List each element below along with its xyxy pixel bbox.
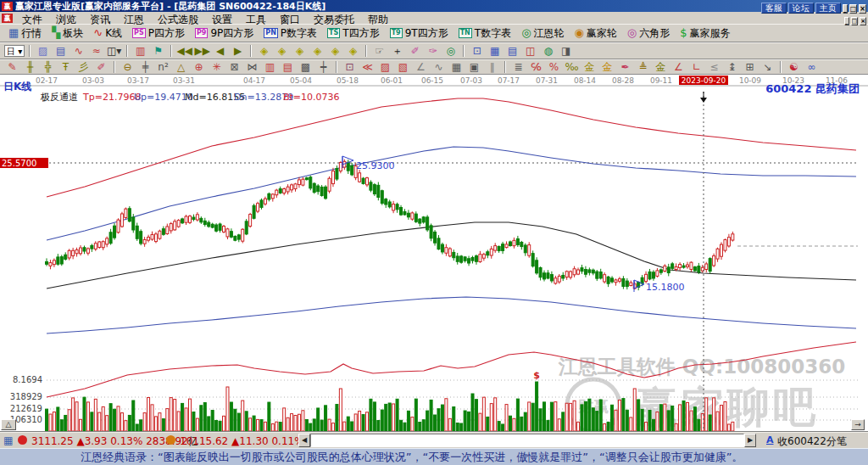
close-button[interactable]: × <box>860 17 866 25</box>
home-button[interactable]: 主页 <box>815 3 841 14</box>
gann-diamond-6[interactable]: ◈ <box>345 45 361 58</box>
gold-bar-tool[interactable]: 金 <box>599 61 615 74</box>
grid-tool[interactable]: ╫ <box>22 61 38 74</box>
price-fence-tool[interactable]: ▤ <box>280 61 296 74</box>
gann-diamond-3[interactable]: ◈ <box>292 45 308 58</box>
scroll-left-button[interactable]: ◀ <box>298 434 310 447</box>
target-tool[interactable]: ⊕ <box>191 61 207 74</box>
time-fence-tool[interactable]: ▥ <box>262 61 278 74</box>
toolbar-item-sectors[interactable]: ▚板块 <box>47 25 88 42</box>
menu-item-设置[interactable]: 设置 <box>205 14 239 25</box>
restore-button[interactable]: □ <box>851 17 859 25</box>
bowtie-tool[interactable]: ⋈ <box>244 61 260 74</box>
toolbar-item-kline[interactable]: ∿K线 <box>88 25 127 42</box>
circle-divide-tool[interactable]: ⊖ <box>120 61 136 74</box>
menu-item-江恩[interactable]: 江恩 <box>117 14 151 25</box>
toolbar-item-gann-wheel[interactable]: ◎江恩轮 <box>516 25 569 42</box>
flag-tool[interactable]: ⚑ <box>150 45 166 58</box>
menu-item-交易委托[interactable]: 交易委托 <box>307 14 361 25</box>
toolbar-item-9t-square[interactable]: T99T四方形 <box>385 25 453 42</box>
kline-red-icon[interactable]: ▥ <box>132 45 148 58</box>
right-angle-tool[interactable]: ∟ <box>688 61 704 74</box>
f10-report-icon[interactable]: ▤ <box>53 45 69 58</box>
square-grid-tool[interactable]: ▦ <box>448 61 465 74</box>
menu-item-资讯[interactable]: 资讯 <box>83 14 117 25</box>
menu-item-浏览[interactable]: 浏览 <box>49 14 83 25</box>
toolbar-item-9p-square[interactable]: P99P四方形 <box>190 25 259 42</box>
download-tool[interactable]: ◍ <box>540 45 556 58</box>
toolbar-item-p-square[interactable]: PSP四方形 <box>127 25 190 42</box>
scroll-right-button[interactable]: ▶ <box>744 434 756 447</box>
gold-box-tool[interactable]: 金 <box>653 61 669 74</box>
brush-tool[interactable]: ✐ <box>93 61 109 74</box>
binocular-tool[interactable]: ◎ <box>442 45 459 58</box>
expand-pane-button[interactable]: △ <box>1 419 16 430</box>
angle-tool[interactable]: ∠ <box>413 61 429 74</box>
step-tool[interactable]: ↨ <box>724 61 740 74</box>
candle-style-dropdown[interactable]: ◫▾ <box>106 45 122 58</box>
trend-multi-icon[interactable]: ≈ <box>88 45 104 58</box>
parallel-tool[interactable]: ∥ <box>484 61 500 74</box>
gann-diamond-5[interactable]: ◈ <box>327 45 343 58</box>
calendar-tool[interactable]: ⊡ <box>469 45 485 58</box>
volume-scroll-right-button[interactable]: → <box>851 419 865 430</box>
menu-item-工具[interactable]: 工具 <box>239 14 273 25</box>
lasso-tool[interactable]: ✑ <box>425 45 441 58</box>
forum-button[interactable]: 论坛 <box>788 3 814 14</box>
fan-tool[interactable]: 彡 <box>75 61 92 74</box>
cross-fence-tool[interactable]: ┿ <box>315 61 331 74</box>
pin-tool[interactable]: ⊡ <box>342 61 358 74</box>
menu-item-帮助[interactable]: 帮助 <box>361 14 395 25</box>
gann-diamond-2[interactable]: ◈ <box>274 45 290 58</box>
angle-red-tool[interactable]: ∠ <box>670 61 687 74</box>
rays-tool[interactable]: ≪ <box>359 61 376 74</box>
main-chart-icon[interactable]: ▨ <box>35 45 51 58</box>
gann-diamond-4[interactable]: ◈ <box>309 45 326 58</box>
menu-item-文件[interactable]: 文件 <box>15 14 49 25</box>
trend-line-icon[interactable]: ∿ <box>70 45 86 58</box>
pencil-tool[interactable]: ✎ <box>4 61 20 74</box>
hand-tool[interactable]: ☞ <box>371 45 387 58</box>
first-page-button[interactable]: ◀◀ <box>176 45 192 58</box>
pyramid-tool[interactable]: △ <box>173 61 189 74</box>
sync-tool[interactable]: ◨ <box>558 45 574 58</box>
period-day-dropdown[interactable]: 日 ▾ <box>4 45 25 57</box>
matrix-tool[interactable]: ▣ <box>466 61 482 74</box>
toolbar-item-t-number-table[interactable]: TNT数字表 <box>453 25 517 42</box>
market-grid-icon[interactable]: ▦ <box>3 434 13 446</box>
last-page-button[interactable]: ▶▶ <box>194 45 210 58</box>
prev-bar-button[interactable]: ◀ <box>212 45 228 58</box>
star-tool[interactable]: ✳ <box>209 61 225 74</box>
kline-chart[interactable]: 江恩工具软件 QQ:100800360财赢赢家聊吧02-1703-0303-17… <box>0 75 868 431</box>
gold-circle-tool[interactable]: 金 <box>581 61 598 74</box>
infinity-tool[interactable]: ∞ <box>804 61 820 74</box>
gann-diamond-1[interactable]: ◈ <box>256 45 272 58</box>
balance-tool[interactable]: ≜ <box>635 61 651 74</box>
toolbar-item-hexagon[interactable]: ◎六角形 <box>622 25 675 42</box>
full-grid-tool[interactable]: ▩ <box>298 61 314 74</box>
menu-item-窗口[interactable]: 窗口 <box>273 14 307 25</box>
crosshair-tool[interactable]: ＋ <box>389 45 405 58</box>
t-line-tool[interactable]: Ŧ <box>58 61 74 74</box>
yinyang-tool[interactable]: ☯ <box>786 61 802 74</box>
memo-tool[interactable]: ▤ <box>504 45 520 58</box>
next-bar-button[interactable]: ▶ <box>230 45 246 58</box>
toolbar-item-t-square[interactable]: TST四方形 <box>322 25 385 42</box>
low-angle-tool[interactable]: ≤ <box>706 61 722 74</box>
minimize-button[interactable]: _ <box>844 17 849 25</box>
percent-tool[interactable]: % <box>546 61 562 74</box>
step-down-tool[interactable]: ↘ <box>760 61 776 74</box>
wand-tool[interactable]: ✐ <box>407 45 423 58</box>
service-button[interactable]: 客服 <box>761 3 787 14</box>
permille-tool[interactable]: ‰ <box>564 61 580 74</box>
n2-square-tool[interactable]: n² <box>155 61 171 74</box>
retrace-tool[interactable]: ℅ <box>528 61 544 74</box>
toolbar-item-winner-wheel[interactable]: ◉赢家轮 <box>569 25 621 42</box>
step-box-tool[interactable]: ⊞ <box>742 61 758 74</box>
zigzag-tool[interactable]: ∿ <box>431 61 447 74</box>
shade2-tool[interactable]: ▧ <box>395 61 411 74</box>
dense-grid-tool[interactable]: ╪ <box>137 61 153 74</box>
ink-tool[interactable]: ✒ <box>617 61 633 74</box>
shade-tool[interactable]: ▨ <box>377 61 393 74</box>
status-scrollbar[interactable]: ◀ ▶ <box>298 434 756 447</box>
